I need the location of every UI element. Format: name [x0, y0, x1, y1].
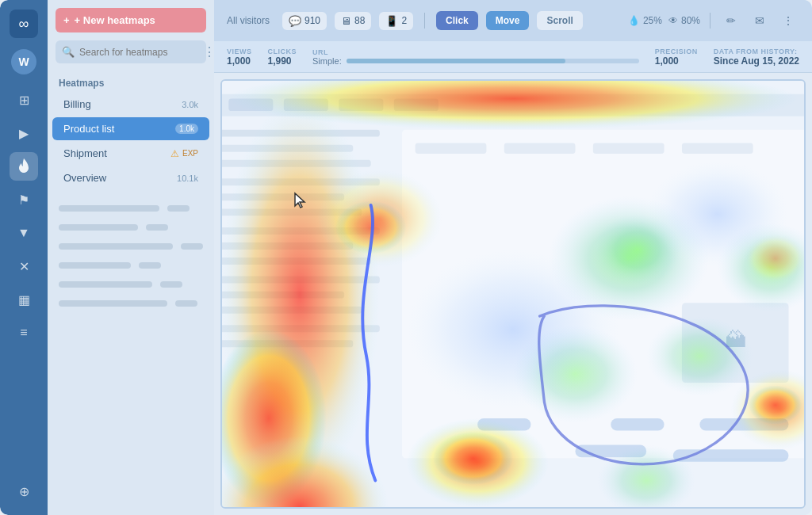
more-button[interactable]: ⋮ — [777, 10, 799, 32]
billing-count: 3.0k — [182, 100, 198, 109]
sidebar-item-shipment[interactable]: Shipment ⚠ EXP — [52, 142, 209, 165]
svg-point-51 — [646, 161, 788, 268]
precision-label: PRECISION — [655, 48, 698, 55]
main-content: All visitors 💬 910 🖥 88 📱 2 Click Move S… — [214, 0, 812, 515]
drop-icon: 💧 — [628, 15, 640, 26]
flag-icon[interactable]: ⚑ — [10, 185, 38, 214]
stat-monitor: 🖥 88 — [335, 12, 371, 30]
edit-button[interactable]: ✏ — [720, 10, 742, 32]
mail-button[interactable]: ✉ — [749, 10, 771, 32]
search-icon: 🔍 — [62, 46, 75, 58]
precision-stat: PRECISION 1,000 — [655, 48, 698, 67]
stat-monitor-value: 88 — [354, 15, 365, 26]
overview-label: Overview — [63, 172, 177, 184]
new-heatmap-button[interactable]: + + New heatmaps — [56, 8, 206, 32]
heatmap-svg: 🏔 — [222, 81, 804, 507]
svg-rect-21 — [416, 143, 487, 153]
monitor-icon: 🖥 — [341, 15, 351, 27]
stat-tablet: 📱 2 — [379, 12, 413, 30]
svg-point-46 — [433, 432, 513, 485]
clicks-label: CLICKS — [268, 48, 297, 55]
history-value: Since Aug 15, 2022 — [714, 55, 799, 67]
sidebar-item-overview[interactable]: Overview 10.1k — [52, 166, 209, 189]
svg-point-50 — [407, 250, 620, 410]
app-logo[interactable]: ∞ — [10, 10, 38, 38]
shipment-badge: EXP — [182, 149, 198, 158]
heatmap-area[interactable]: 🏔 — [220, 79, 806, 509]
url-progress-bg — [347, 59, 639, 63]
history-stat: DATA FROM HISTORY: Since Aug 15, 2022 — [714, 48, 799, 67]
clicks-value: 1,990 — [268, 55, 297, 67]
billing-label: Billing — [63, 98, 182, 110]
toolbar-right: 💧 25% 👁 80% ✏ ✉ ⋮ — [628, 10, 799, 32]
filter-icon[interactable]: ▼ — [10, 219, 38, 247]
chart-icon[interactable]: ▦ — [10, 285, 38, 314]
product-list-label: Product list — [63, 123, 175, 135]
view-pct: 👁 80% — [668, 15, 700, 26]
views-label: VIEWS — [227, 48, 252, 55]
views-stat: VIEWS 1,000 — [227, 48, 252, 67]
toolbar-divider-1 — [424, 13, 425, 29]
toolbar: All visitors 💬 910 🖥 88 📱 2 Click Move S… — [214, 0, 812, 41]
grid-icon[interactable]: ⊞ — [10, 86, 38, 114]
warning-icon: ⚠ — [170, 148, 179, 159]
flame-icon[interactable] — [10, 152, 38, 181]
clicks-stat: CLICKS 1,990 — [268, 48, 297, 67]
sidebar: + + New heatmaps 🔍 ⋮ Heatmaps Billing 3.… — [48, 0, 214, 515]
svg-rect-23 — [593, 143, 665, 153]
section-label: Heatmaps — [48, 71, 214, 92]
url-label: URL — [312, 48, 639, 56]
stat-chat-value: 910 — [304, 15, 320, 26]
shipment-label: Shipment — [63, 147, 170, 159]
scroll-button[interactable]: Scroll — [537, 11, 582, 30]
chat-icon: 💬 — [289, 15, 301, 27]
product-list-badge: 1.0k — [175, 124, 198, 134]
url-progress-fill — [347, 59, 566, 63]
url-text: Simple: — [312, 56, 342, 66]
move-button[interactable]: Move — [486, 11, 530, 30]
list-icon[interactable]: ≡ — [10, 319, 38, 347]
stat-tablet-value: 2 — [401, 15, 407, 26]
overview-count: 10.1k — [177, 174, 198, 183]
url-stat: URL Simple: — [312, 48, 639, 66]
svg-rect-24 — [682, 143, 753, 153]
stat-chat: 💬 910 — [282, 12, 327, 30]
avatar[interactable]: W — [11, 49, 36, 74]
svg-rect-28 — [611, 418, 664, 431]
plus-circle-icon[interactable]: ⊕ — [10, 477, 38, 505]
sidebar-item-product-list[interactable]: Product list 1.0k — [52, 117, 209, 140]
history-label: DATA FROM HISTORY: — [714, 48, 799, 55]
heatmap-canvas: 🏔 — [222, 81, 804, 507]
all-visitors-label: All visitors — [227, 15, 270, 26]
svg-point-44 — [749, 385, 802, 424]
stats-bar: VIEWS 1,000 CLICKS 1,990 URL Simple: PRE… — [214, 41, 812, 73]
precision-value: 1,000 — [655, 55, 698, 67]
plus-icon: + — [63, 14, 70, 26]
toolbar-divider-2 — [710, 13, 710, 29]
views-value: 1,000 — [227, 55, 252, 67]
cross-icon[interactable]: ✕ — [10, 252, 38, 280]
drop-pct: 💧 25% — [628, 15, 662, 26]
sidebar-item-billing[interactable]: Billing 3.0k — [52, 93, 209, 116]
search-row: 🔍 ⋮ — [56, 40, 206, 63]
eye-icon: 👁 — [668, 15, 678, 26]
search-input[interactable] — [79, 47, 198, 58]
play-icon[interactable]: ▶ — [10, 119, 38, 147]
left-nav: ∞ W ⊞ ▶ ⚑ ▼ ✕ ▦ ≡ ⊕ — [0, 0, 48, 515]
tablet-icon: 📱 — [385, 15, 398, 27]
svg-rect-22 — [504, 143, 576, 153]
click-button[interactable]: Click — [436, 11, 478, 30]
